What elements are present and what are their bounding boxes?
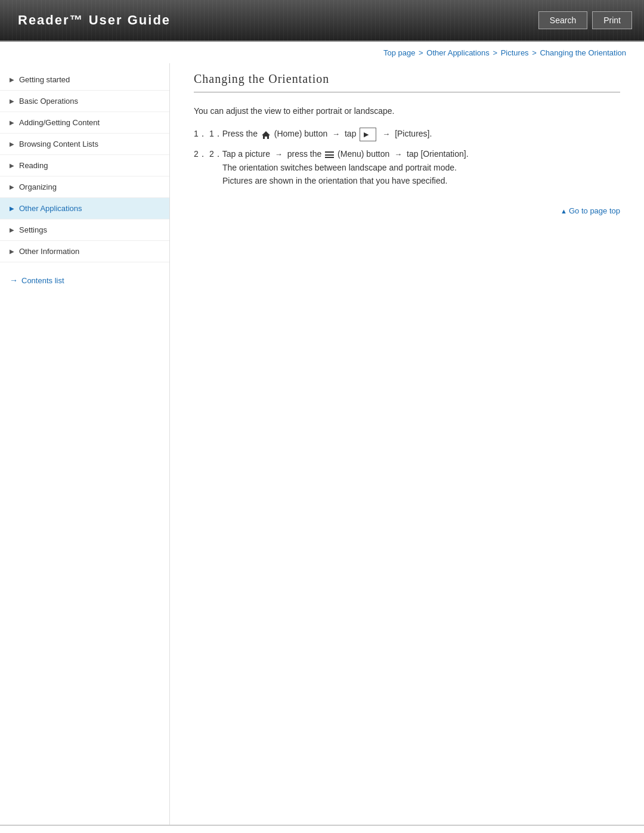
breadcrumb-sep1: >	[416, 48, 425, 57]
arrow-icon-4: →	[394, 148, 402, 161]
breadcrumb-top-page[interactable]: Top page	[383, 48, 416, 57]
chevron-right-icon: ▶	[10, 76, 14, 83]
step-2-number: 2．	[194, 147, 207, 160]
search-button[interactable]: Search	[538, 11, 587, 29]
go-to-top-label: Go to page top	[569, 206, 620, 215]
sidebar-item-other-applications[interactable]: ▶ Other Applications	[0, 198, 169, 219]
svg-marker-0	[262, 131, 270, 139]
breadcrumb-other-apps[interactable]: Other Applications	[426, 48, 490, 57]
step-1-number: 1．	[194, 127, 207, 140]
step-1: 1． 1．Press the (Home) button → tap ▶ → […	[194, 127, 620, 141]
step-1-content: 1．Press the (Home) button → tap ▶ → [Pic…	[209, 127, 620, 141]
chevron-right-icon: ▶	[10, 162, 14, 169]
sidebar-item-label: Browsing Content Lists	[19, 140, 98, 148]
sidebar-item-basic-operations[interactable]: ▶ Basic Operations	[0, 91, 169, 112]
menu-icon	[325, 151, 334, 158]
arrow-icon-2: →	[382, 128, 390, 141]
main-content: Changing the Orientation You can adjust …	[170, 63, 644, 825]
go-to-top-container: ▲Go to page top	[194, 200, 620, 215]
arrow-right-icon: →	[10, 275, 18, 285]
print-button[interactable]: Print	[592, 11, 632, 29]
sidebar-item-label: Other Information	[19, 247, 79, 256]
step-2-suffix: tap [Orientation].	[407, 149, 469, 159]
breadcrumb-pictures[interactable]: Pictures	[501, 48, 529, 57]
sidebar-item-organizing[interactable]: ▶ Organizing	[0, 176, 169, 198]
contents-list-link[interactable]: → Contents list	[0, 268, 169, 292]
chevron-right-icon: ▶	[10, 119, 14, 126]
tap-btn-arrow: ▶	[364, 131, 369, 138]
sidebar-item-label: Organizing	[19, 182, 57, 191]
step-1-prefix: 1．Press the	[209, 129, 258, 138]
tap-button: ▶	[360, 128, 376, 141]
step-2-menu-alt: (Menu) button	[338, 149, 389, 159]
triangle-up-icon: ▲	[561, 208, 567, 215]
contents-list-label: Contents list	[21, 276, 64, 285]
step-1-tap: tap	[345, 129, 356, 138]
step-2-press: press the	[287, 149, 322, 159]
step-3-sub: Pictures are shown in the orientation th…	[209, 176, 447, 185]
sidebar-item-label: Basic Operations	[19, 97, 78, 106]
sidebar-item-label: Reading	[19, 161, 48, 170]
breadcrumb-current: Changing the Orientation	[540, 48, 626, 57]
step-1-suffix: [Pictures].	[395, 129, 432, 138]
step-2-prefix: 2．Tap a picture	[209, 149, 270, 159]
chevron-right-icon: ▶	[10, 248, 14, 255]
page-title: Changing the Orientation	[194, 72, 620, 92]
main-layout: ▶ Getting started ▶ Basic Operations ▶ A…	[0, 63, 644, 825]
sidebar-item-adding-getting-content[interactable]: ▶ Adding/Getting Content	[0, 112, 169, 134]
sidebar-item-label: Getting started	[19, 75, 70, 84]
arrow-icon-3: →	[275, 148, 283, 161]
intro-text: You can adjust the view to either portra…	[194, 104, 620, 117]
step-2-content: 2．Tap a picture → press the (Menu) butto…	[209, 147, 620, 188]
sidebar: ▶ Getting started ▶ Basic Operations ▶ A…	[0, 63, 170, 825]
breadcrumb-sep2: >	[491, 48, 500, 57]
sidebar-item-label: Adding/Getting Content	[19, 118, 100, 127]
header: Reader™ User Guide Search Print	[0, 0, 644, 42]
header-buttons: Search Print	[538, 11, 644, 29]
sidebar-item-reading[interactable]: ▶ Reading	[0, 155, 169, 176]
sidebar-item-browsing-content-lists[interactable]: ▶ Browsing Content Lists	[0, 134, 169, 155]
sidebar-item-getting-started[interactable]: ▶ Getting started	[0, 69, 169, 91]
sidebar-item-other-information[interactable]: ▶ Other Information	[0, 241, 169, 262]
sidebar-item-settings[interactable]: ▶ Settings	[0, 219, 169, 241]
chevron-right-icon: ▶	[10, 184, 14, 190]
chevron-right-icon: ▶	[10, 98, 14, 104]
go-to-top-link[interactable]: ▲Go to page top	[561, 206, 620, 215]
sidebar-item-label: Other Applications	[19, 204, 82, 213]
footer: Copyright 2011 Sony Corporation	[0, 825, 644, 833]
sidebar-item-label: Settings	[19, 225, 47, 234]
breadcrumb: Top page > Other Applications > Pictures…	[0, 42, 644, 63]
step-1-home-alt: (Home) button	[274, 129, 327, 138]
chevron-right-icon: ▶	[10, 205, 14, 212]
step-2-sub: The orientation switches between landsca…	[209, 163, 457, 172]
app-title: Reader™ User Guide	[0, 13, 171, 28]
chevron-right-icon: ▶	[10, 227, 14, 233]
arrow-icon-1: →	[332, 128, 340, 141]
step-2: 2． 2．Tap a picture → press the (Menu) bu…	[194, 147, 620, 188]
home-icon	[261, 128, 271, 141]
chevron-right-icon: ▶	[10, 141, 14, 147]
breadcrumb-sep3: >	[530, 48, 539, 57]
